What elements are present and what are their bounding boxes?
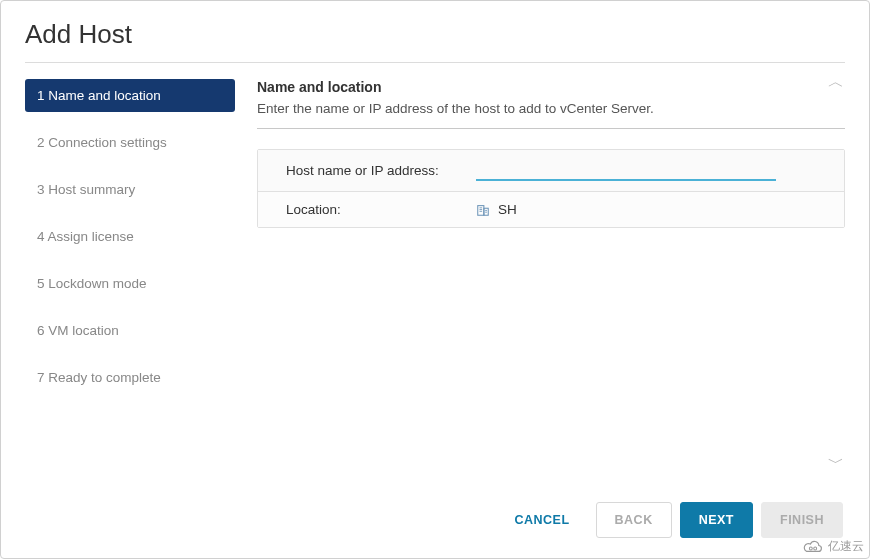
cancel-button[interactable]: CANCEL bbox=[496, 503, 587, 537]
step-ready-complete: 7 Ready to complete bbox=[25, 361, 235, 394]
step-name-location[interactable]: 1 Name and location bbox=[25, 79, 235, 112]
form-table: Host name or IP address: Location: bbox=[257, 149, 845, 228]
step-lockdown-mode: 5 Lockdown mode bbox=[25, 267, 235, 300]
datacenter-icon bbox=[476, 203, 490, 217]
cloud-icon bbox=[802, 539, 824, 555]
svg-point-7 bbox=[809, 547, 812, 550]
dialog-header: Add Host bbox=[1, 1, 869, 62]
hostname-value-cell bbox=[476, 160, 816, 181]
content-pane: Name and location Enter the name or IP a… bbox=[235, 79, 845, 478]
dialog-footer: CANCEL BACK NEXT FINISH bbox=[1, 488, 869, 558]
finish-button: FINISH bbox=[761, 502, 843, 538]
dialog-title: Add Host bbox=[25, 19, 845, 50]
dialog-body: 1 Name and location 2 Connection setting… bbox=[1, 63, 869, 488]
hostname-label: Host name or IP address: bbox=[286, 163, 476, 178]
watermark-text: 亿速云 bbox=[828, 538, 864, 555]
location-value-cell: SH bbox=[476, 202, 816, 217]
hostname-input[interactable] bbox=[476, 160, 776, 181]
location-value: SH bbox=[498, 202, 517, 217]
step-host-summary: 3 Host summary bbox=[25, 173, 235, 206]
back-button: BACK bbox=[596, 502, 672, 538]
content-description: Enter the name or IP address of the host… bbox=[257, 101, 845, 116]
location-row: Location: bbox=[258, 192, 844, 227]
add-host-dialog: Add Host ︿ ﹀ 1 Name and location 2 Conne… bbox=[0, 0, 870, 559]
watermark: 亿速云 bbox=[802, 538, 864, 555]
svg-point-8 bbox=[814, 547, 817, 550]
hostname-row: Host name or IP address: bbox=[258, 150, 844, 192]
step-connection-settings: 2 Connection settings bbox=[25, 126, 235, 159]
step-vm-location: 6 VM location bbox=[25, 314, 235, 347]
content-heading: Name and location bbox=[257, 79, 845, 95]
next-button[interactable]: NEXT bbox=[680, 502, 753, 538]
location-label: Location: bbox=[286, 202, 476, 217]
content-separator bbox=[257, 128, 845, 129]
svg-rect-0 bbox=[478, 205, 484, 215]
step-assign-license: 4 Assign license bbox=[25, 220, 235, 253]
wizard-sidebar: 1 Name and location 2 Connection setting… bbox=[25, 79, 235, 478]
